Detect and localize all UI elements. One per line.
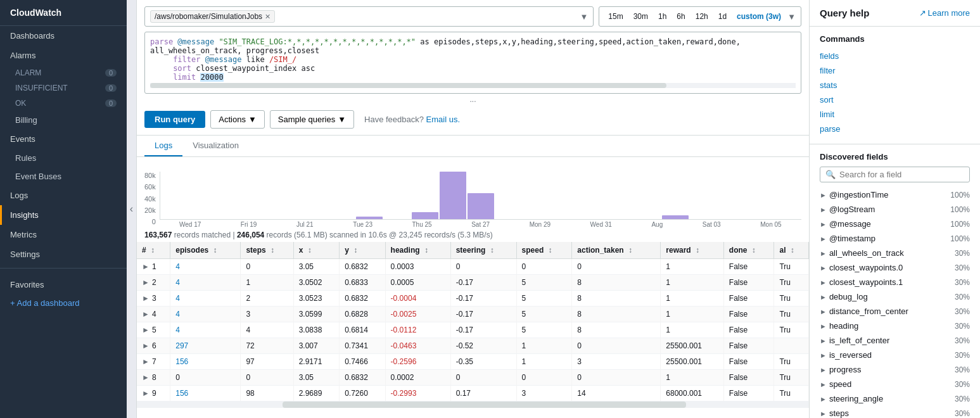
field-item[interactable]: ►@message100% [820, 217, 970, 231]
column-header-done[interactable]: done ↕ [723, 242, 774, 259]
sidebar-item-insufficient[interactable]: INSUFFICIENT 0 [0, 80, 127, 96]
command-item-filter[interactable]: filter [820, 63, 970, 78]
row-expand-icon[interactable]: ► [142, 373, 150, 382]
log-group-selector[interactable]: /aws/robomaker/SimulationJobs ✕ ▼ [144, 6, 594, 27]
time-1h[interactable]: 1h [654, 10, 670, 23]
command-item-limit[interactable]: limit [820, 107, 970, 122]
field-expand-icon[interactable]: ► [820, 206, 827, 213]
table-row[interactable]: ►5443.08380.6814-0.0112-0.17581FalseTru [137, 322, 809, 338]
table-row[interactable]: ►4433.05990.6828-0.0025-0.17581FalseTru [137, 307, 809, 322]
log-group-dropdown-arrow[interactable]: ▼ [580, 12, 588, 22]
field-expand-icon[interactable]: ► [820, 366, 827, 374]
field-item[interactable]: ►@logStream100% [820, 202, 970, 217]
command-item-sort[interactable]: sort [820, 92, 970, 107]
query-scrollbar-x[interactable] [150, 83, 796, 88]
fields-search-input[interactable] [839, 170, 964, 179]
add-dashboard-button[interactable]: + Add a dashboard [0, 294, 127, 312]
actions-button[interactable]: Actions ▼ [210, 110, 265, 129]
field-item[interactable]: ►@ingestionTime100% [820, 187, 970, 202]
sample-queries-button[interactable]: Sample queries ▼ [270, 110, 354, 129]
field-item[interactable]: ►closest_waypoints.130% [820, 275, 970, 289]
field-expand-icon[interactable]: ► [820, 293, 827, 301]
time-selector[interactable]: 15m 30m 1h 6h 12h 1d custom (3w) ▼ [599, 6, 801, 27]
field-expand-icon[interactable]: ► [820, 337, 827, 345]
row-expand-icon[interactable]: ► [142, 278, 150, 287]
log-group-remove[interactable]: ✕ [265, 13, 270, 21]
time-6h[interactable]: 6h [673, 10, 689, 23]
sidebar-item-rules[interactable]: Rules [0, 149, 127, 167]
row-expand-icon[interactable]: ► [142, 310, 150, 319]
row-expand-icon[interactable]: ► [142, 389, 150, 398]
field-item[interactable]: ►speed30% [820, 377, 970, 391]
time-dropdown-arrow[interactable]: ▼ [787, 12, 796, 22]
field-expand-icon[interactable]: ► [820, 308, 827, 315]
fields-search-container[interactable]: 🔍 [820, 167, 970, 182]
log-group-tag[interactable]: /aws/robomaker/SimulationJobs ✕ [150, 10, 275, 23]
field-item[interactable]: ►debug_log30% [820, 289, 970, 304]
time-12h[interactable]: 12h [692, 10, 712, 23]
row-expand-icon[interactable]: ► [142, 341, 150, 350]
row-expand-icon[interactable]: ► [142, 294, 150, 303]
email-us-link[interactable]: Email us. [426, 115, 460, 124]
sidebar-item-metrics[interactable]: Metrics [0, 225, 127, 244]
field-item[interactable]: ►@timestamp100% [820, 231, 970, 246]
field-expand-icon[interactable]: ► [820, 395, 827, 403]
sidebar-item-dashboards[interactable]: Dashboards [0, 26, 127, 46]
sidebar-item-event-buses[interactable]: Event Buses [0, 167, 127, 186]
time-15m[interactable]: 15m [604, 10, 627, 23]
field-item[interactable]: ►closest_waypoints.030% [820, 260, 970, 275]
field-expand-icon[interactable]: ► [820, 191, 827, 199]
sidebar-item-events[interactable]: Events [0, 129, 127, 149]
field-item[interactable]: ►is_left_of_center30% [820, 333, 970, 348]
table-row[interactable]: ►8003.050.68320.00020001FalseTru [137, 370, 809, 386]
row-expand-icon[interactable]: ► [142, 262, 150, 271]
sidebar-item-ok[interactable]: OK 0 [0, 96, 127, 111]
table-row[interactable]: ►9156982.96890.7260-0.29930.1731468000.0… [137, 386, 809, 402]
field-expand-icon[interactable]: ► [820, 279, 827, 286]
field-item[interactable]: ►distance_from_center30% [820, 304, 970, 319]
sidebar-item-logs[interactable]: Logs [0, 186, 127, 205]
sidebar-item-alarms[interactable]: Alarms [0, 46, 127, 65]
field-item[interactable]: ►steering_angle30% [820, 391, 970, 406]
field-expand-icon[interactable]: ► [820, 410, 827, 417]
query-editor[interactable]: parse @message "SIM_TRACE_LOG:*,*,*,*,*,… [144, 32, 801, 94]
command-item-fields[interactable]: fields [820, 49, 970, 63]
sidebar-item-billing[interactable]: Billing [0, 111, 127, 129]
column-header-speed[interactable]: speed ↕ [516, 242, 572, 259]
column-header-steps[interactable]: steps ↕ [241, 242, 293, 259]
sidebar-item-insights[interactable]: Insights [0, 205, 127, 225]
run-query-button[interactable]: Run query [144, 111, 205, 128]
field-item[interactable]: ►all_wheels_on_track30% [820, 246, 970, 260]
field-expand-icon[interactable]: ► [820, 322, 827, 330]
field-expand-icon[interactable]: ► [820, 250, 827, 257]
column-header-x[interactable]: x ↕ [293, 242, 339, 259]
sidebar-item-alarm[interactable]: ALARM 0 [0, 65, 127, 80]
time-1d[interactable]: 1d [715, 10, 730, 23]
column-header-heading[interactable]: heading ↕ [385, 242, 450, 259]
table-row[interactable]: ►7156972.91710.7466-0.2596-0.351325500.0… [137, 354, 809, 370]
field-expand-icon[interactable]: ► [820, 220, 827, 228]
field-expand-icon[interactable]: ► [820, 352, 827, 359]
command-item-stats[interactable]: stats [820, 78, 970, 92]
field-expand-icon[interactable]: ► [820, 235, 827, 243]
field-expand-icon[interactable]: ► [820, 264, 827, 272]
tab-logs[interactable]: Logs [144, 136, 182, 156]
tab-visualization[interactable]: Visualization [182, 136, 249, 156]
table-row[interactable]: ►2413.05020.68330.0005-0.17581FalseTru [137, 275, 809, 291]
column-header-steering[interactable]: steering ↕ [450, 242, 516, 259]
row-expand-icon[interactable]: ► [142, 326, 150, 334]
column-header-y[interactable]: y ↕ [340, 242, 385, 259]
column-header-reward[interactable]: reward ↕ [661, 242, 724, 259]
table-scrollbar-x[interactable] [137, 402, 809, 408]
column-header-#[interactable]: # ↕ [137, 242, 170, 259]
row-expand-icon[interactable]: ► [142, 357, 150, 366]
column-header-action_taken[interactable]: action_taken ↕ [572, 242, 661, 259]
sidebar-item-settings[interactable]: Settings [0, 244, 127, 264]
table-row[interactable]: ►1403.050.68320.00030001FalseTru [137, 259, 809, 275]
time-custom[interactable]: custom (3w) [733, 10, 785, 23]
table-row[interactable]: ►6297723.0070.7341-0.0463-0.521025500.00… [137, 338, 809, 354]
field-item[interactable]: ►is_reversed30% [820, 348, 970, 362]
column-header-episodes[interactable]: episodes ↕ [170, 242, 241, 259]
column-header-al[interactable]: al ↕ [774, 242, 809, 259]
field-item[interactable]: ►steps30% [820, 406, 970, 418]
